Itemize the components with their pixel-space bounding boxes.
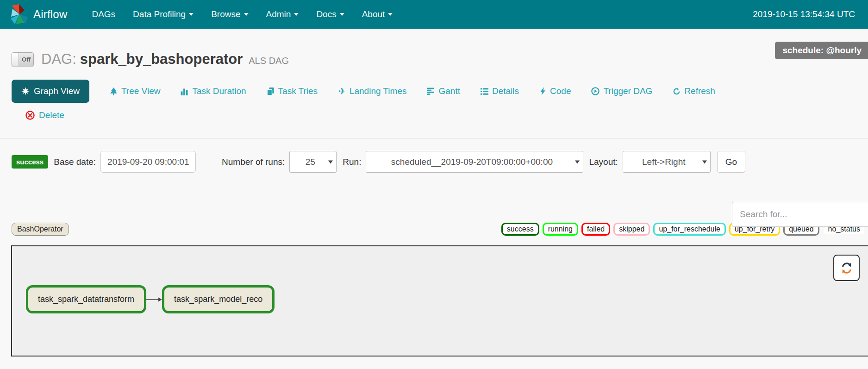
- dag-id: spark_by_bashoperator: [80, 51, 243, 67]
- page-title: DAG:spark_by_bashoperatorALS DAG: [41, 51, 289, 68]
- tab-refresh[interactable]: Refresh: [673, 86, 715, 96]
- tree-icon: [110, 88, 118, 95]
- nav-item-about[interactable]: About: [353, 0, 402, 29]
- divider: [0, 138, 868, 139]
- view-tabs: Graph View Tree View Task Duration Task …: [12, 80, 868, 103]
- list-icon: [481, 88, 488, 95]
- dag-graph-canvas[interactable]: task_spark_datatransform task_spark_mode…: [11, 245, 868, 356]
- status-legend-success[interactable]: success: [501, 223, 539, 236]
- nav-item-admin[interactable]: Admin: [257, 0, 308, 29]
- delete-row: Delete: [25, 110, 868, 120]
- layout-select[interactable]: Left->Right: [623, 151, 711, 173]
- filter-bar: success Base date: Number of runs: 25 Ru…: [12, 151, 868, 173]
- brand-title: Airflow: [33, 8, 67, 21]
- bolt-icon: [539, 87, 546, 95]
- copy-icon: [267, 88, 275, 95]
- tab-gantt[interactable]: Gantt: [427, 86, 460, 96]
- base-date-input[interactable]: [100, 151, 196, 173]
- num-runs-select[interactable]: 25: [289, 151, 337, 173]
- nav-item-dags[interactable]: DAGs: [83, 0, 124, 29]
- caret-down-icon: [575, 160, 580, 163]
- play-circle-icon: [591, 87, 599, 95]
- airflow-window: Airflow DAGs Data Profiling Browse Admin…: [0, 0, 868, 369]
- caret-down-icon: [328, 160, 333, 163]
- caret-down-icon: [702, 160, 707, 163]
- task-node-model-reco[interactable]: task_spark_model_reco: [162, 285, 275, 313]
- nav-item-data-profiling[interactable]: Data Profiling: [124, 0, 202, 29]
- operator-legend-bashoperator: BashOperator: [12, 223, 69, 236]
- num-runs-label: Number of runs:: [222, 157, 285, 167]
- tab-details[interactable]: Details: [481, 86, 519, 96]
- tab-task-duration[interactable]: Task Duration: [181, 86, 246, 96]
- graph-view-icon: [21, 87, 30, 95]
- refresh-icon: [841, 262, 853, 274]
- caret-down-icon: [388, 13, 393, 16]
- tab-landing-times[interactable]: ✈ Landing Times: [338, 86, 406, 96]
- tab-tree-view[interactable]: Tree View: [110, 86, 160, 96]
- graph-refresh-button[interactable]: [833, 255, 860, 281]
- dag-pause-toggle[interactable]: Off: [12, 52, 34, 66]
- refresh-icon: [673, 88, 681, 95]
- status-legend-skipped[interactable]: skipped: [613, 223, 650, 236]
- gantt-icon: [427, 88, 435, 95]
- tab-delete[interactable]: Delete: [25, 110, 64, 120]
- airflow-brand[interactable]: Airflow: [10, 4, 67, 25]
- status-legend-up-for-reschedule[interactable]: up_for_reschedule: [653, 223, 726, 236]
- nav-menu: DAGs Data Profiling Browse Admin Docs Ab…: [83, 0, 401, 29]
- status-legend-failed[interactable]: failed: [581, 223, 610, 236]
- run-select[interactable]: scheduled__2019-09-20T09:00:00+00:00: [366, 151, 583, 173]
- caret-down-icon: [189, 13, 194, 16]
- utc-clock: 2019-10-15 13:54:34 UTC: [753, 9, 858, 19]
- dag-header: Off DAG:spark_by_bashoperatorALS DAG sch…: [12, 48, 868, 70]
- task-node-datatransform[interactable]: task_spark_datatransform: [26, 285, 146, 313]
- airflow-logo-icon: [10, 4, 29, 25]
- caret-down-icon: [294, 13, 299, 16]
- dag-state-badge: success: [12, 155, 48, 169]
- task-node-row: task_spark_datatransform task_spark_mode…: [26, 285, 275, 313]
- nav-item-browse[interactable]: Browse: [202, 0, 257, 29]
- tab-graph-view[interactable]: Graph View: [12, 80, 89, 103]
- toggle-state-label: Off: [19, 53, 33, 66]
- status-legend-running[interactable]: running: [543, 223, 578, 236]
- search-area: [732, 202, 868, 227]
- tab-trigger-dag[interactable]: Trigger DAG: [591, 86, 652, 96]
- edge-arrow-icon: [146, 295, 162, 304]
- toggle-knob: [12, 53, 19, 66]
- layout-label: Layout:: [589, 157, 618, 167]
- nav-item-docs[interactable]: Docs: [307, 0, 353, 29]
- dag-title-prefix: DAG:: [41, 51, 76, 67]
- caret-down-icon: [340, 13, 344, 16]
- caret-down-icon: [244, 13, 249, 16]
- tab-code[interactable]: Code: [539, 86, 571, 96]
- tab-task-tries[interactable]: Task Tries: [267, 86, 318, 96]
- remove-circle-icon: [25, 111, 35, 120]
- dag-description: ALS DAG: [249, 56, 289, 66]
- run-label: Run:: [343, 157, 361, 167]
- bar-chart-icon: [181, 88, 188, 95]
- top-navbar: Airflow DAGs Data Profiling Browse Admin…: [0, 0, 868, 29]
- go-button[interactable]: Go: [717, 151, 745, 173]
- plane-icon: ✈: [338, 87, 346, 96]
- schedule-badge: schedule: @hourly: [775, 42, 868, 59]
- search-input[interactable]: [732, 202, 868, 227]
- base-date-label: Base date:: [54, 157, 96, 167]
